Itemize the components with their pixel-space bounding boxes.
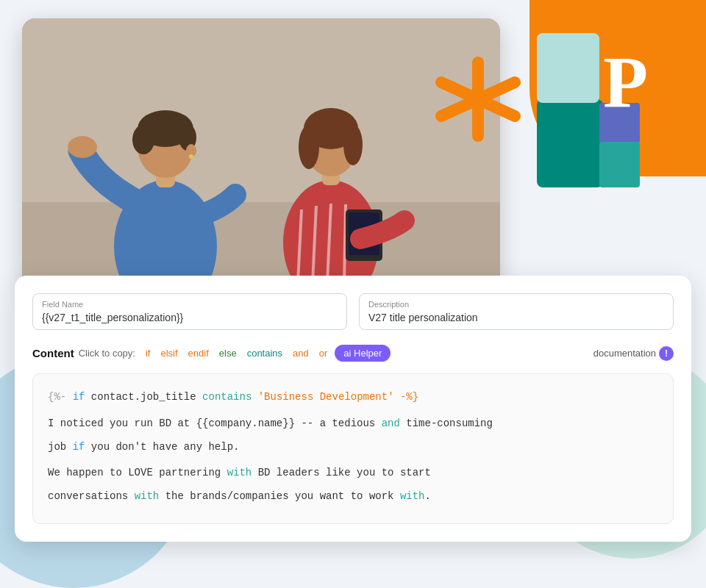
description-input[interactable]: Description V27 title personalization: [359, 293, 674, 330]
field-name-input[interactable]: Field Name {{v27_t1_title_personalizatio…: [32, 293, 347, 330]
tag-endif[interactable]: endif: [185, 346, 212, 360]
content-label: Content: [32, 347, 74, 359]
code-block: {%- if contact.job_title contains 'Busin…: [32, 373, 674, 524]
svg-point-9: [189, 154, 193, 159]
brand-logo: P: [537, 33, 677, 190]
svg-rect-30: [599, 142, 640, 187]
exclamation-icon: !: [659, 346, 674, 361]
tag-else[interactable]: else: [216, 346, 240, 360]
tag-elsif[interactable]: elsif: [157, 346, 180, 360]
ai-helper-button[interactable]: ai Helper: [335, 345, 391, 362]
code-line-5: conversations with the brands/companies …: [48, 488, 658, 506]
svg-point-20: [343, 124, 363, 165]
svg-point-19: [299, 125, 319, 169]
form-card: Field Name {{v27_t1_title_personalizatio…: [15, 276, 691, 542]
svg-point-10: [68, 136, 97, 158]
input-row: Field Name {{v27_t1_title_personalizatio…: [32, 293, 674, 330]
tag-contains[interactable]: contains: [244, 346, 285, 360]
svg-rect-28: [537, 33, 599, 103]
tag-or[interactable]: or: [316, 346, 331, 360]
code-line-3: job if you don't have any help.: [48, 439, 658, 456]
click-to-copy-text: Click to copy:: [79, 348, 135, 359]
svg-point-6: [132, 125, 154, 154]
content-bar: Content Click to copy: if elsif endif el…: [32, 345, 674, 362]
code-line-2: I noticed you run BD at {{company.name}}…: [48, 415, 658, 433]
field-name-label: Field Name: [42, 300, 338, 309]
field-name-value: {{v27_t1_title_personalization}}: [42, 312, 338, 323]
description-label: Description: [368, 300, 664, 309]
svg-text:P: P: [603, 41, 648, 123]
code-line-4: We happen to LOVE partnering with BD lea…: [48, 465, 658, 482]
svg-line-15: [344, 204, 346, 283]
documentation-text: documentation: [593, 348, 656, 359]
tag-if[interactable]: if: [143, 346, 154, 360]
code-line-1: {%- if contact.job_title contains 'Busin…: [48, 389, 658, 406]
asterisk-logo: [434, 55, 522, 146]
svg-rect-27: [537, 99, 603, 187]
documentation-link[interactable]: documentation !: [593, 346, 674, 361]
description-value: V27 title personalization: [368, 312, 664, 323]
tag-and[interactable]: and: [290, 346, 312, 360]
hero-image: [22, 18, 500, 290]
persons-illustration: [22, 18, 500, 290]
